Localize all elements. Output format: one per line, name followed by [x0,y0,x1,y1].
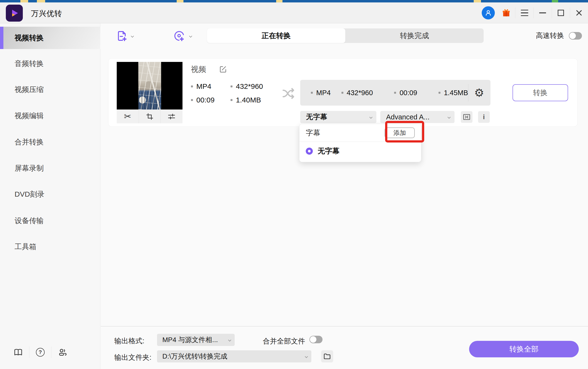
fast-convert-label: 高速转换 [536,31,564,41]
user-avatar-icon [482,6,495,20]
guide-button[interactable] [7,345,29,359]
bullet-icon [341,92,343,94]
tab-converting[interactable]: 正在转换 [207,28,345,43]
community-button[interactable] [51,345,73,359]
bullet-icon [191,85,193,87]
titlebar: 万兴优转 [0,2,588,23]
compress-icon [463,114,470,120]
chevron-down-icon [305,355,308,358]
output-duration: 00:09 [394,89,417,97]
bullet-icon [394,92,396,94]
bullet-icon [191,99,193,101]
output-folder-label: 输出文件夹: [114,353,151,362]
compress-button[interactable] [461,111,472,123]
add-file-button[interactable] [116,30,128,42]
sidebar-item-merge-convert[interactable]: 合并转换 [0,131,100,153]
rename-button[interactable] [218,64,228,74]
subtitle-option-none[interactable]: 无字幕 [299,142,421,156]
queue-tabs: 正在转换 转换完成 [207,28,484,43]
outbox-separator [468,84,468,102]
user-account-button[interactable] [479,2,497,23]
output-resolution: 432*960 [341,89,373,97]
help-button[interactable]: ? [29,345,51,359]
bullet-icon [230,85,232,87]
convert-button[interactable]: 转换 [513,84,568,101]
subtitle-popup: 字幕 添加 无字幕 [299,124,421,162]
convert-all-button[interactable]: 转换全部 [469,341,579,357]
app-title: 万兴优转 [31,9,62,19]
output-settings-gear-icon[interactable]: ⚙ [474,87,484,98]
info-icon: i [483,113,485,121]
sidebar-item-video-compress[interactable]: 视频压缩 [0,78,100,101]
bullet-icon [311,92,313,94]
merge-all-toggle[interactable] [309,336,322,343]
thumbnail-frame [138,62,161,110]
toggle-knob [310,336,317,343]
sidebar: 视频转换 音频转换 视频压缩 视频编辑 合并转换 屏幕录制 DVD刻录 设备传输… [0,23,100,369]
open-folder-button[interactable] [321,350,333,362]
sidebar-item-screen-record[interactable]: 屏幕录制 [0,157,100,179]
info-button[interactable]: i [478,111,490,123]
people-icon [58,347,67,357]
subtitle-popup-title: 字幕 [306,128,320,138]
thumbnail-toolbar: ✂ [117,110,182,123]
output-size: 1.45MB [439,89,468,97]
trim-button[interactable]: ✂ [117,110,139,123]
book-icon [14,348,23,357]
hamburger-icon [521,10,528,16]
audio-dropdown[interactable]: Advanced A... [380,111,455,123]
output-format-dropdown[interactable]: MP4 与源文件相... [157,334,235,346]
crop-icon [146,113,154,120]
add-dvd-button[interactable] [173,30,185,42]
minimize-button[interactable] [534,2,552,23]
source-duration: 00:09 [191,96,215,104]
output-settings-box[interactable]: MP4 432*960 00:09 1.45MB ⚙ [300,80,490,106]
source-resolution: 432*960 [230,82,263,91]
gift-button[interactable] [497,2,515,23]
minimize-icon [539,12,546,13]
edit-icon [219,65,227,73]
file-title: 视频 [191,64,206,74]
source-size: 1.40MB [230,96,261,104]
desktop-edge [0,0,588,2]
chevron-down-icon [228,338,231,342]
add-dvd-icon [173,30,185,42]
subtitle-dropdown[interactable]: 无字幕 [300,111,376,123]
scissors-icon: ✂ [124,112,131,121]
convert-direction-icon [281,86,297,101]
file-card: ✂ 视频 MP4 432*960 00:09 1.40MB [108,58,578,127]
sidebar-item-device-transfer[interactable]: 设备传输 [0,209,100,232]
add-dvd-chevron-icon[interactable] [189,34,192,38]
effects-button[interactable] [160,110,182,123]
sidebar-item-dvd-burn[interactable]: DVD刻录 [0,183,100,205]
bottom-divider [101,326,588,327]
chevron-down-icon [448,115,451,119]
app-logo-icon [6,5,23,22]
maximize-icon [558,10,564,16]
fast-convert-toggle[interactable] [569,32,582,40]
output-format: MP4 [311,89,331,97]
folder-icon [323,352,331,360]
sidebar-item-toolbox[interactable]: 工具箱 [0,236,100,258]
sidebar-item-video-convert[interactable]: 视频转换 [0,27,100,49]
add-file-icon [116,30,128,42]
menu-button[interactable] [515,2,533,23]
close-button[interactable] [570,2,588,23]
radio-selected-icon[interactable] [306,148,313,155]
crop-button[interactable] [139,110,161,123]
output-folder-dropdown[interactable]: D:\万兴优转\转换完成 [157,350,311,362]
sidebar-item-video-edit[interactable]: 视频编辑 [0,105,100,127]
help-icon: ? [36,348,45,357]
bullet-icon [439,92,440,94]
merge-all-label: 合并全部文件 [263,337,305,346]
main-area: 正在转换 转换完成 高速转换 ✂ 视频 [101,23,588,369]
add-subtitle-button[interactable]: 添加 [385,127,415,138]
sidebar-footer: ? [7,345,73,359]
tab-finished[interactable]: 转换完成 [345,28,484,43]
sliders-icon [168,113,176,121]
add-file-chevron-icon[interactable] [131,34,134,38]
video-thumbnail[interactable] [117,62,182,110]
sidebar-item-audio-convert[interactable]: 音频转换 [0,52,100,75]
maximize-button[interactable] [552,2,570,23]
output-format-label: 输出格式: [114,336,144,346]
